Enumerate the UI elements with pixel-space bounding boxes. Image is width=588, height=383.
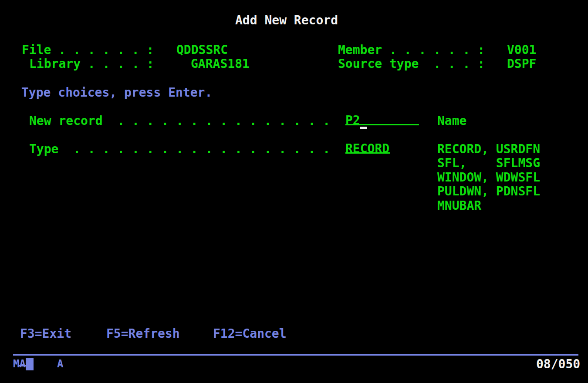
type-option: MNUBAR: [437, 198, 481, 213]
record-type-label: Type . . . . . . . . . . . . . . . . . .: [29, 142, 330, 156]
type-option: PULDWN, PDNSFL: [437, 184, 540, 198]
type-option: WINDOW, WDWSFL: [437, 170, 540, 185]
page-title: Add New Record: [235, 13, 338, 27]
oia-separator-line: [13, 354, 578, 356]
fkey-cancel[interactable]: F12=Cancel: [213, 326, 287, 341]
file-value: QDDSSRC: [176, 43, 228, 57]
new-record-label: New record . . . . . . . . . . . . . . .: [29, 114, 330, 128]
member-label: Member . . . . . . :: [338, 43, 485, 57]
source-type-label: Source type . . . :: [338, 57, 485, 71]
terminal-screen: Add New Record File . . . . . . : QDDSSR…: [0, 0, 588, 383]
oia-cursor-block: [26, 358, 34, 370]
oia-system-indicator: MA: [13, 358, 26, 370]
oia-indicator-underline: [19, 365, 26, 366]
new-record-input[interactable]: P2: [345, 114, 419, 125]
fkey-exit[interactable]: F3=Exit: [20, 326, 71, 341]
fkey-refresh[interactable]: F5=Refresh: [106, 326, 180, 341]
record-type-input[interactable]: RECORD: [345, 142, 390, 154]
type-option: SFL, SFLMSG: [437, 156, 540, 170]
file-label: File . . . . . . :: [22, 43, 154, 57]
new-record-hint: Name: [437, 114, 466, 128]
oia-cursor-position: 08/050: [536, 357, 580, 371]
oia-keyboard-shift: A: [57, 358, 63, 370]
member-value: V001: [507, 43, 536, 57]
text-cursor: [360, 127, 367, 129]
library-label: Library . . . . :: [29, 57, 154, 71]
source-type-value: DSPF: [507, 57, 536, 71]
library-value: GARAS181: [191, 57, 250, 71]
type-option: RECORD, USRDFN: [437, 142, 540, 156]
instruction-text: Type choices, press Enter.: [21, 85, 212, 100]
